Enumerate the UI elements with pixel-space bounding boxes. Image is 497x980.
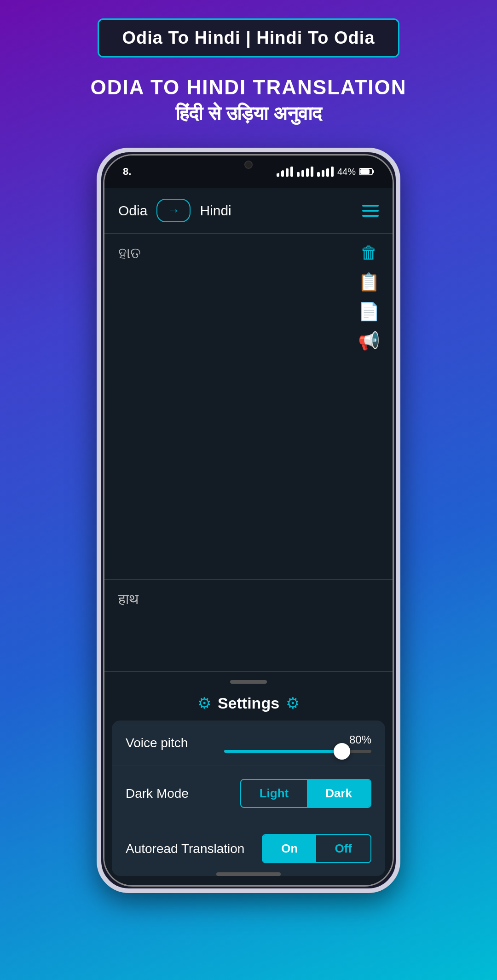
target-language[interactable]: Hindi — [200, 203, 231, 219]
nav-bar: Odia → Hindi — [104, 188, 393, 234]
phone-inner: 8. — [103, 154, 394, 887]
voice-pitch-value: 80% — [349, 733, 371, 746]
menu-button[interactable] — [362, 205, 379, 217]
swap-language-button[interactable]: → — [156, 199, 191, 222]
output-text: हाथ — [118, 591, 139, 607]
bar4 — [290, 167, 293, 177]
dark-mode-button[interactable]: Dark — [307, 780, 370, 807]
battery-icon — [359, 167, 374, 176]
drag-handle[interactable] — [104, 672, 393, 689]
menu-bar-2 — [362, 210, 379, 212]
title-hindi: हिंदी से उड़िया अनुवाद — [90, 103, 406, 125]
battery-text: 44% — [337, 167, 356, 177]
svg-rect-1 — [372, 170, 374, 173]
bar5 — [297, 172, 300, 177]
autoread-on-button[interactable]: On — [263, 835, 316, 862]
bar3 — [286, 168, 289, 177]
status-right: 44% — [277, 167, 374, 177]
camera — [244, 161, 253, 169]
action-icons: 🗑 📋 📄 📢 — [358, 243, 380, 351]
dark-mode-label: Dark Mode — [126, 786, 189, 801]
delete-icon[interactable]: 🗑 — [360, 243, 378, 263]
title-english: ODIA TO HINDI TRANSLATION — [90, 76, 406, 99]
bar2 — [281, 170, 284, 177]
light-mode-button[interactable]: Light — [241, 780, 307, 807]
voice-pitch-row: Voice pitch 80% — [112, 721, 385, 766]
menu-bar-3 — [362, 215, 379, 217]
slider-thumb[interactable] — [334, 743, 350, 760]
svg-rect-2 — [360, 169, 370, 174]
output-area: हाथ — [104, 580, 393, 672]
side-button-right[interactable] — [397, 313, 400, 378]
dark-mode-row: Dark Mode Light Dark — [112, 766, 385, 821]
slider-fill — [224, 750, 342, 753]
autoread-row: Autoread Translation On Off — [112, 821, 385, 876]
lang-selector: Odia → Hindi — [118, 199, 231, 222]
autoread-off-button[interactable]: Off — [316, 835, 370, 862]
app-content: Odia → Hindi ହାତ 🗑 📋 📄 — [104, 188, 393, 885]
settings-icon-left: ⚙ — [197, 694, 211, 712]
status-time: 8. — [123, 166, 131, 178]
bar10 — [322, 170, 324, 177]
bar7 — [306, 168, 309, 177]
slider-container: 80% — [197, 733, 371, 753]
slider-track — [224, 750, 371, 753]
voice-pitch-label: Voice pitch — [126, 736, 188, 750]
signal-bars2 — [297, 167, 313, 177]
bar11 — [326, 168, 329, 177]
copy-icon[interactable]: 📋 — [358, 272, 380, 292]
phone-mockup: 8. — [97, 148, 400, 893]
input-text: ହାତ — [118, 245, 141, 261]
autoread-toggle: On Off — [262, 834, 371, 863]
menu-bar-1 — [362, 205, 379, 207]
signal-bars3 — [317, 167, 334, 177]
settings-card: Voice pitch 80% Dark Mode Light Dark — [112, 721, 385, 876]
input-area[interactable]: ହାତ 🗑 📋 📄 📢 — [104, 234, 393, 580]
handle-bar — [230, 680, 267, 684]
paste-icon[interactable]: 📄 — [358, 301, 380, 322]
speak-icon[interactable]: 📢 — [358, 331, 380, 351]
swap-arrow-icon: → — [168, 203, 179, 218]
source-language[interactable]: Odia — [118, 203, 147, 219]
title-section: ODIA TO HINDI TRANSLATION हिंदी से उड़िय… — [90, 76, 406, 125]
dark-mode-toggle: Light Dark — [240, 779, 371, 808]
top-banner: Odia To Hindi | Hindi To Odia — [98, 18, 399, 58]
bar9 — [317, 172, 320, 177]
settings-icon-right: ⚙ — [286, 694, 300, 712]
settings-header: ⚙ Settings ⚙ — [104, 689, 393, 721]
home-indicator[interactable] — [216, 872, 281, 876]
settings-label: Settings — [218, 694, 279, 712]
bar8 — [311, 167, 313, 177]
bar12 — [331, 167, 334, 177]
autoread-label: Autoread Translation — [126, 842, 244, 856]
notch — [212, 156, 285, 174]
bar6 — [301, 170, 304, 177]
side-button-left2[interactable] — [97, 327, 100, 373]
side-button-left[interactable] — [97, 281, 100, 313]
status-bar: 8. — [104, 156, 393, 188]
